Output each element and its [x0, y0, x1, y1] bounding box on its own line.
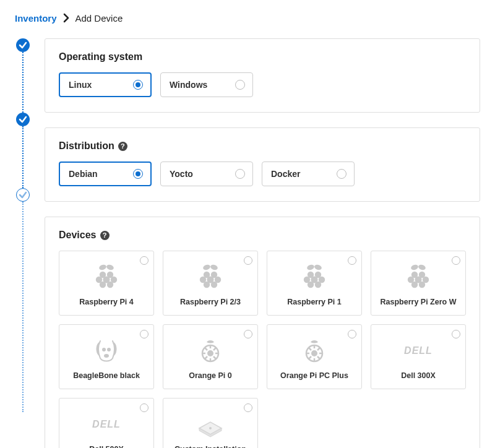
- breadcrumb: Inventory Add Device: [15, 12, 480, 24]
- device-card-label: Dell 500X: [89, 445, 124, 448]
- device-card-label: Raspberry Pi 2/3: [180, 298, 241, 306]
- device-card-orange-pi-pc-plus[interactable]: Orange Pi PC Plus: [267, 324, 362, 389]
- radio-icon: [140, 403, 148, 412]
- radio-icon: [244, 403, 252, 412]
- panel-devices: Devices ? Raspberry Pi 4Raspberry Pi 2/3…: [45, 217, 480, 448]
- device-card-raspberry-pi-zero-w[interactable]: Raspberry Pi Zero W: [371, 251, 466, 316]
- orange-icon: [196, 337, 225, 364]
- os-option-label: Windows: [170, 80, 207, 90]
- device-card-raspberry-pi-2-3[interactable]: Raspberry Pi 2/3: [163, 251, 258, 316]
- device-card-label: Dell 300X: [401, 371, 436, 380]
- step-indicator-3: [16, 188, 30, 202]
- stepper: [15, 38, 31, 412]
- device-card-label: Raspberry Pi 1: [287, 298, 342, 306]
- distribution-option-label: Debian: [69, 169, 98, 179]
- raspberry-icon: [92, 264, 121, 291]
- distribution-option-yocto[interactable]: Yocto: [160, 162, 253, 186]
- radio-icon: [140, 256, 148, 265]
- distribution-option-debian[interactable]: Debian: [59, 162, 152, 186]
- dell-logo-icon: DELL: [404, 345, 433, 356]
- help-icon[interactable]: ?: [118, 142, 127, 151]
- radio-icon: [348, 330, 356, 338]
- distribution-option-label: Docker: [271, 169, 300, 179]
- os-option-windows[interactable]: Windows: [160, 72, 253, 97]
- radio-icon: [452, 256, 460, 265]
- device-card-label: Custom Installation: [174, 445, 246, 448]
- radio-icon: [235, 169, 245, 179]
- device-card-label: Raspberry Pi Zero W: [381, 298, 457, 306]
- distribution-option-docker[interactable]: Docker: [262, 162, 355, 186]
- step-connector: [22, 126, 24, 188]
- dell-logo-icon: DELL: [92, 419, 121, 430]
- device-card-label: BeagleBone black: [73, 371, 140, 380]
- step-indicator-1: [16, 38, 30, 52]
- raspberry-icon: [299, 264, 329, 291]
- raspberry-icon: [403, 264, 433, 291]
- device-card-label: Orange Pi PC Plus: [280, 371, 348, 380]
- step-indicator-2: [16, 113, 30, 126]
- device-card-orange-pi-0[interactable]: Orange Pi 0: [163, 324, 258, 389]
- device-card-raspberry-pi-1[interactable]: Raspberry Pi 1: [267, 251, 362, 316]
- panel-title-distribution: Distribution: [59, 140, 114, 152]
- radio-icon: [133, 80, 143, 90]
- radio-icon: [235, 80, 245, 90]
- step-connector: [22, 202, 24, 412]
- os-option-label: Linux: [69, 80, 92, 90]
- radio-icon: [348, 256, 356, 265]
- radio-icon: [244, 256, 252, 265]
- distribution-option-label: Yocto: [170, 169, 193, 179]
- device-card-dell-500x[interactable]: DELLDell 500X: [59, 398, 154, 448]
- panel-title-devices: Devices: [59, 230, 97, 241]
- panel-distribution: Distribution ? DebianYoctoDocker: [45, 127, 480, 202]
- radio-icon: [452, 330, 460, 338]
- chevron-right-icon: [62, 12, 71, 24]
- panel-title-operating-system: Operating system: [59, 51, 142, 62]
- radio-icon: [133, 169, 143, 179]
- breadcrumb-current: Add Device: [75, 13, 123, 24]
- device-card-dell-300x[interactable]: DELLDell 300X: [371, 324, 466, 389]
- device-card-raspberry-pi-4[interactable]: Raspberry Pi 4: [59, 251, 154, 316]
- device-card-label: Raspberry Pi 4: [79, 298, 134, 306]
- step-connector: [22, 52, 24, 113]
- os-option-linux[interactable]: Linux: [59, 72, 152, 97]
- orange-icon: [299, 337, 329, 364]
- breadcrumb-link-inventory[interactable]: Inventory: [15, 13, 57, 24]
- beagle-icon: [92, 337, 121, 364]
- custom-icon: [196, 411, 225, 438]
- radio-icon: [337, 169, 346, 179]
- radio-icon: [140, 330, 148, 338]
- raspberry-icon: [196, 264, 225, 291]
- device-card-beaglebone-black[interactable]: BeagleBone black: [59, 324, 154, 389]
- device-card-custom-installation[interactable]: Custom Installation: [163, 398, 258, 448]
- panel-operating-system: Operating system LinuxWindows: [45, 38, 480, 113]
- radio-icon: [244, 330, 252, 338]
- device-card-label: Orange Pi 0: [189, 371, 231, 380]
- help-icon[interactable]: ?: [100, 231, 110, 240]
